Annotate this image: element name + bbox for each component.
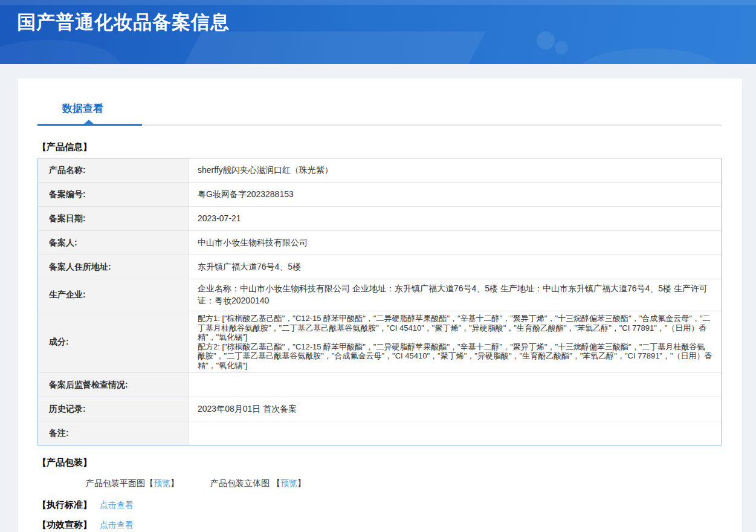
- table-row-registration-date: 备案日期: 2023-07-21: [38, 207, 721, 231]
- row-value: 配方1: ["棕榈酸乙基己酯"，"C12-15 醇苯甲酸酯"，"二异硬脂醇苹果酸…: [189, 311, 721, 372]
- row-value: [189, 421, 721, 445]
- tab-underline: [37, 124, 722, 126]
- tab-active-indicator: [37, 124, 142, 126]
- row-label: 备案编号:: [38, 183, 189, 206]
- tab-indicator-arrow-icon: [84, 120, 94, 124]
- row-value: sherffy靓闪夹心滋润口红（珠光紫）: [189, 158, 721, 182]
- efficacy-row: 【功效宣称】 点击查看: [37, 519, 722, 531]
- efficacy-view-link[interactable]: 点击查看: [100, 520, 134, 531]
- table-row-manufacturer: 生产企业: 企业名称：中山市小妆生物科技有限公司 企业地址：东升镇广福大道76号…: [38, 279, 721, 311]
- packaging-3d-preview-link[interactable]: 预览: [280, 478, 297, 488]
- row-label: 备注:: [38, 421, 189, 445]
- row-label: 备案后监督检查情况:: [38, 373, 189, 397]
- row-label: 历史记录:: [38, 397, 189, 421]
- section-product-info-title: 【产品信息】: [37, 141, 722, 153]
- packaging-flat-label: 产品包装平面图: [86, 478, 145, 488]
- row-value: 中山市小妆生物科技有限公司: [189, 231, 721, 255]
- section-efficacy-title: 【功效宣称】: [37, 519, 92, 531]
- table-row-product-name: 产品名称: sherffy靓闪夹心滋润口红（珠光紫）: [38, 158, 721, 183]
- table-row-supervision-check: 备案后监督检查情况:: [38, 373, 721, 397]
- table-row-registration-number: 备案编号: 粤G妆网备字2023288153: [38, 183, 721, 207]
- packaging-flat-preview-link[interactable]: 预览: [153, 478, 170, 488]
- row-value: 企业名称：中山市小妆生物科技有限公司 企业地址：东升镇广福大道76号4、5楼 生…: [189, 279, 721, 311]
- row-label: 备案人:: [38, 231, 189, 255]
- tab-bar: 数据查看: [37, 102, 722, 114]
- table-row-registrant-address: 备案人住所地址: 东升镇广福大道76号4、5楼: [38, 255, 721, 279]
- packaging-3d-item: 产品包装立体图 【预览】: [210, 478, 306, 488]
- table-row-remarks: 备注:: [38, 421, 721, 445]
- table-row-history: 历史记录: 2023年08月01日 首次备案: [38, 397, 721, 421]
- row-value: 2023-07-21: [189, 207, 721, 230]
- table-row-registrant: 备案人: 中山市小妆生物科技有限公司: [38, 231, 721, 255]
- header-circle-decoration: [555, 41, 568, 54]
- standard-row: 【执行标准】 点击查看: [37, 499, 722, 511]
- bracket-close: 】: [170, 478, 179, 488]
- header-blob-decoration: [0, 40, 121, 64]
- packaging-flat-item: 产品包装平面图【预览】: [86, 478, 179, 488]
- row-label: 产品名称:: [38, 158, 189, 182]
- table-row-ingredients: 成分: 配方1: ["棕榈酸乙基己酯"，"C12-15 醇苯甲酸酯"，"二异硬脂…: [38, 311, 721, 373]
- row-label: 备案日期:: [38, 207, 189, 230]
- product-info-table: 产品名称: sherffy靓闪夹心滋润口红（珠光紫） 备案编号: 粤G妆网备字2…: [37, 158, 722, 446]
- tab-data-view[interactable]: 数据查看: [62, 103, 103, 114]
- packaging-previews: 产品包装平面图【预览】产品包装立体图 【预览】: [37, 478, 722, 489]
- section-standard-title: 【执行标准】: [37, 499, 92, 511]
- row-value: [189, 373, 721, 397]
- standard-view-link[interactable]: 点击查看: [100, 500, 134, 511]
- page-title: 国产普通化妆品备案信息: [0, 0, 756, 35]
- packaging-3d-label: 产品包装立体图: [210, 478, 272, 488]
- row-value: 东升镇广福大道76号4、5楼: [189, 255, 721, 279]
- tab-divider-line: [142, 125, 722, 126]
- page-header: 国产普通化妆品备案信息: [0, 0, 756, 64]
- bracket-close: 】: [297, 478, 306, 488]
- bracket-open: 【: [272, 478, 280, 488]
- header-blob-decoration: [580, 48, 719, 64]
- header-polygon-decoration: [173, 31, 486, 64]
- row-label: 成分:: [38, 311, 189, 372]
- row-label: 生产企业:: [38, 279, 189, 311]
- content-card: 数据查看 【产品信息】 产品名称: sherffy靓闪夹心滋润口红（珠光紫） 备…: [18, 79, 742, 532]
- row-label: 备案人住所地址:: [38, 255, 189, 279]
- row-value: 粤G妆网备字2023288153: [189, 183, 721, 206]
- section-packaging-title: 【产品包装】: [37, 457, 722, 469]
- bracket-open: 【: [145, 478, 153, 488]
- row-value: 2023年08月01日 首次备案: [189, 397, 721, 421]
